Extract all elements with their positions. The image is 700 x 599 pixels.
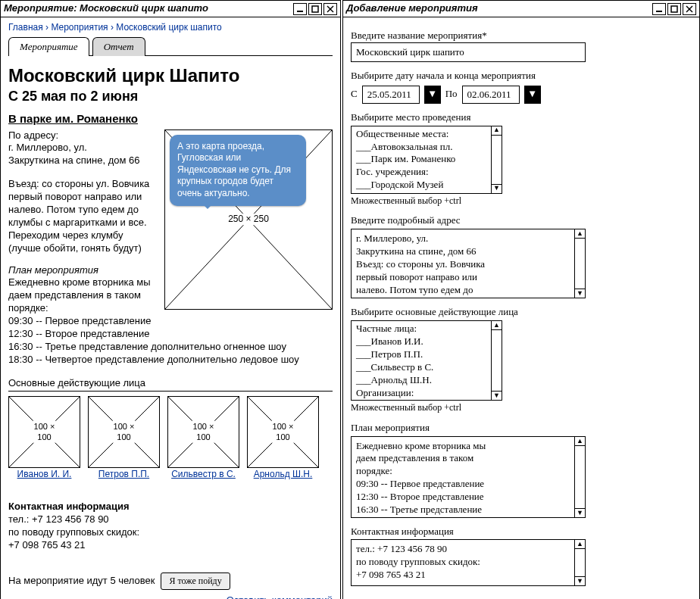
svg-rect-1 [312, 6, 318, 12]
close-button[interactable] [683, 3, 696, 15]
date-from-picker-icon[interactable]: ▼ [424, 86, 441, 104]
event-form-window: Добавление мероприятия Введите название … [342, 0, 700, 599]
page-subtitle: С 25 мая по 2 июня [8, 88, 333, 105]
plan-extra2: 18:30 -- Четвертое представление дополни… [8, 354, 333, 367]
actor-thumb: 100 × 100 Арнольд Ш.Н. [247, 396, 319, 481]
window-title: Мероприятие: Московский цирк шапито [4, 2, 293, 15]
page-title: Московский цирк Шапито [8, 64, 333, 87]
venue-listbox[interactable]: Общественные места: ___Автовокзальная пл… [351, 126, 502, 194]
actors-title: Основные действующие лица [8, 377, 333, 392]
window-title: Добавление мероприятия [346, 2, 652, 15]
scrollbar[interactable]: ▲▼ [491, 321, 502, 400]
date-to-input[interactable] [462, 86, 520, 104]
close-button[interactable] [323, 3, 337, 15]
name-input[interactable] [351, 42, 586, 62]
address-label: По адресу: [8, 129, 158, 142]
multi-hint: Множественный выбор +ctrl [351, 195, 692, 207]
plan-title: План мероприятия [8, 264, 158, 277]
breadcrumb-events[interactable]: Мероприятия [51, 22, 108, 33]
contact-text: тел.: +7 123 456 78 90 по поводу группов… [8, 513, 333, 552]
actor-link[interactable]: Петров П.П. [98, 469, 149, 479]
actors-thumbs: 100 × 100 Иванов И. И. 100 × 100 Петров … [8, 396, 333, 481]
plan-label: План мероприятия [351, 422, 692, 435]
tab-report[interactable]: Отчет [92, 37, 145, 57]
park-link[interactable]: В парке им. Романенко [8, 111, 333, 126]
actors-listbox[interactable]: Частные лица: ___Иванов И.И. ___Петров П… [351, 320, 502, 401]
plan-textarea[interactable]: Ежедневно кроме вторника мы даем предста… [351, 436, 586, 518]
contact-title: Контактная информация [8, 501, 129, 512]
addr-detail-label: Введите подробный адрес [351, 214, 692, 227]
actors-label: Выбирите основные действующие лица [351, 306, 692, 319]
map-callout: А это карта проезда, Гугловская или Янде… [170, 135, 306, 206]
actor-link[interactable]: Арнольд Ш.Н. [254, 469, 313, 479]
multi-hint: Множественный выбор +ctrl [351, 402, 692, 414]
actor-thumb: 100 × 100 Петров П.П. [88, 396, 160, 481]
breadcrumb-current: Московский цирк шапито [116, 22, 221, 33]
actor-thumb: 100 × 100 Иванов И. И. [8, 396, 80, 481]
addr-detail-textarea[interactable]: г. Миллерово, ул. Закруткина на спине, д… [351, 229, 586, 298]
address-text: г. Миллерово, ул. Закруткина на спине, д… [8, 142, 158, 167]
titlebar: Добавление мероприятия [343, 1, 699, 17]
minimize-button[interactable] [652, 3, 666, 15]
entry-text: Въезд: со стороны ул. Вовчика первый пов… [8, 178, 158, 254]
actor-link[interactable]: Сильвестр в С. [171, 469, 236, 479]
name-label: Введите название мероприятия* [351, 30, 692, 42]
plan-extra1: 16:30 -- Третье представление дополнител… [8, 341, 333, 354]
actor-thumb: 100 × 100 Сильвестр в С. [167, 396, 239, 481]
scrollbar[interactable]: ▲▼ [491, 126, 502, 193]
going-count-text: На мероприятие идут 5 человек [8, 575, 155, 588]
maximize-button[interactable] [308, 3, 322, 15]
svg-rect-15 [671, 6, 677, 12]
date-from-input[interactable] [362, 86, 420, 104]
leave-comment-link[interactable]: Оставить комментарий [8, 594, 333, 599]
minimize-button[interactable] [293, 3, 307, 15]
contact-textarea[interactable]: тел.: +7 123 456 78 90 по поводу группов… [351, 539, 586, 586]
breadcrumb: Главная › Мероприятия › Московский цирк … [8, 22, 333, 34]
event-view-window: Мероприятие: Московский цирк шапито Глав… [0, 0, 341, 599]
tab-event[interactable]: Мероприятие [8, 37, 89, 57]
going-button[interactable]: Я тоже пойду [161, 572, 230, 590]
actor-link[interactable]: Иванов И. И. [17, 469, 72, 479]
date-to-picker-icon[interactable]: ▼ [524, 86, 541, 104]
titlebar: Мероприятие: Московский цирк шапито [1, 1, 340, 17]
date-label: Выбирите дату начала и конца мероприятия [351, 70, 692, 83]
maximize-button[interactable] [667, 3, 681, 15]
venue-label: Выбирите место проведения [351, 111, 692, 124]
breadcrumb-home[interactable]: Главная [8, 22, 43, 33]
contact-label: Контактная информация [351, 526, 692, 538]
map-placeholder: 250 × 250 А это карта проезда, Гугловска… [164, 129, 333, 310]
plan-text: Ежедневно кроме вторника мы даем предста… [8, 276, 158, 340]
